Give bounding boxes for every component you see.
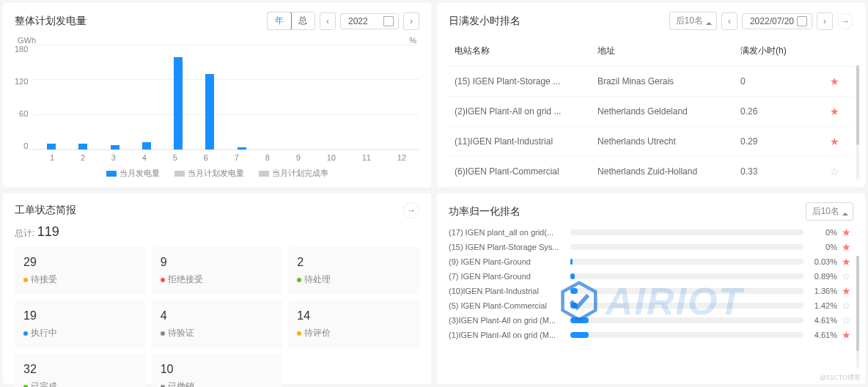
bar	[47, 144, 56, 150]
rank-row[interactable]: (1)IGEN Plant-All on grid (M...4.61%★	[449, 329, 853, 341]
rank-row[interactable]: (7) IGEN Plant-Ground0.89%☆	[449, 270, 853, 282]
total-line: 总计: 119	[15, 224, 419, 240]
total-value: 119	[37, 224, 59, 239]
star-icon[interactable]: ★	[830, 136, 847, 147]
bar	[238, 147, 246, 150]
panel4-title: 功率归一化排名	[449, 205, 521, 218]
panel2-title: 日满发小时排名	[449, 15, 521, 28]
rank-row[interactable]: (3)IGEN Plant-All on grid (M...4.61%☆	[449, 314, 853, 326]
table-row[interactable]: (6)IGEN Plant-CommercialNetherlands Zuid…	[449, 157, 853, 187]
rank-row[interactable]: (17) IGEN plant_all on grid(...0%★	[449, 226, 853, 238]
col-plant-name: 电站名称	[455, 45, 597, 57]
star-icon[interactable]: ☆	[842, 314, 853, 326]
year-prev-button[interactable]: ‹	[320, 12, 336, 30]
y-unit-label: GWh	[18, 36, 36, 45]
status-dot-icon	[23, 331, 28, 336]
star-icon[interactable]: ☆	[830, 166, 847, 177]
work-order-tile[interactable]: 4待验证	[152, 301, 283, 348]
bar	[205, 74, 214, 150]
work-order-status-panel: 工单状态简报 → 总计: 119 29待接受9拒绝接受2待处理19执行中4待验证…	[3, 194, 431, 384]
star-icon[interactable]: ★	[842, 285, 853, 297]
bar	[78, 144, 87, 150]
table-row[interactable]: (11)IGEN Plant-IndustrialNetherlands Utr…	[449, 127, 853, 157]
credit-text: @51CTO博客	[820, 373, 861, 383]
year-input[interactable]: 2022	[340, 13, 399, 29]
year-next-button[interactable]: ›	[403, 12, 419, 30]
power-filter-select[interactable]: 后10名	[806, 202, 853, 221]
status-dot-icon	[161, 385, 165, 388]
hours-table: 电站名称 地址 满发小时(h) (15) IGEN Plant-Storage …	[449, 36, 853, 187]
period-toggle[interactable]: 年 总	[267, 12, 315, 30]
rank-row[interactable]: (10)IGEN Plant-Industrial1.36%★	[449, 285, 853, 297]
status-dot-icon	[23, 278, 28, 282]
panel3-title: 工单状态简报	[15, 204, 76, 217]
status-dot-icon	[297, 331, 301, 336]
rank-filter-select[interactable]: 后10名	[669, 12, 717, 30]
star-icon[interactable]: ★	[830, 106, 847, 117]
date-prev-button[interactable]: ‹	[721, 12, 738, 30]
date-input[interactable]: 2022/07/20	[742, 13, 812, 29]
expand-button[interactable]: →	[837, 13, 853, 29]
toggle-year[interactable]: 年	[267, 12, 292, 30]
panel3-expand-button[interactable]: →	[403, 202, 419, 218]
star-icon[interactable]: ★	[842, 241, 853, 253]
power-normalized-ranking-panel: 功率归一化排名 后10名 (17) IGEN plant_all on grid…	[437, 194, 865, 384]
status-dot-icon	[297, 278, 301, 282]
status-dot-icon	[23, 385, 28, 388]
col-hours: 满发小时(h)	[740, 45, 830, 57]
status-dot-icon	[161, 331, 165, 336]
work-order-tile[interactable]: 2待处理	[288, 247, 419, 295]
rank-row[interactable]: (9) IGEN Plant-Ground0.03%★	[449, 256, 853, 268]
work-order-tile[interactable]: 14待评价	[288, 301, 419, 348]
work-order-tile[interactable]: 32已完成	[15, 354, 146, 387]
table-row[interactable]: (15) IGEN Plant-Storage ...Brazil Minas …	[449, 67, 853, 97]
star-icon[interactable]: ☆	[842, 300, 853, 312]
rank-row[interactable]: (5) IGEN Plant-Commercial1.42%☆	[449, 300, 853, 312]
work-order-tile[interactable]: 10已撤销	[152, 354, 283, 387]
status-dot-icon	[161, 278, 165, 282]
overall-plan-generation-panel: 整体计划发电量 年 总 ‹ 2022 › GWh % 180120600	[3, 3, 431, 188]
work-order-tile[interactable]: 9拒绝接受	[152, 247, 283, 295]
bar	[174, 57, 183, 150]
work-order-tile[interactable]: 19执行中	[15, 301, 146, 348]
star-icon[interactable]: ★	[830, 75, 847, 87]
table-scrollbar[interactable]	[856, 65, 859, 180]
rank-row[interactable]: (15) IGEN Plant-Storage Sys...0%★	[449, 241, 853, 253]
work-order-tile[interactable]: 29待接受	[15, 247, 146, 295]
bar	[142, 142, 151, 150]
generation-chart: GWh % 180120600 123456789101112 当月发电量当月计…	[15, 36, 419, 179]
col-address: 地址	[597, 45, 740, 57]
star-icon[interactable]: ★	[842, 226, 853, 238]
bar	[111, 145, 119, 150]
panel1-title: 整体计划发电量	[15, 15, 87, 28]
date-next-button[interactable]: ›	[817, 12, 833, 30]
table-row[interactable]: (2)IGEN Plant-All on grid ...Netherlands…	[449, 97, 853, 127]
daily-full-hours-panel: 日满发小时排名 后10名 ‹ 2022/07/20 › → 电站名称 地址 满发…	[437, 3, 865, 188]
rank-scrollbar[interactable]	[856, 256, 859, 368]
star-icon[interactable]: ★	[842, 329, 853, 341]
star-icon[interactable]: ☆	[842, 270, 853, 282]
toggle-total[interactable]: 总	[291, 12, 315, 29]
star-icon[interactable]: ★	[842, 256, 853, 268]
pct-unit-label: %	[409, 36, 416, 45]
